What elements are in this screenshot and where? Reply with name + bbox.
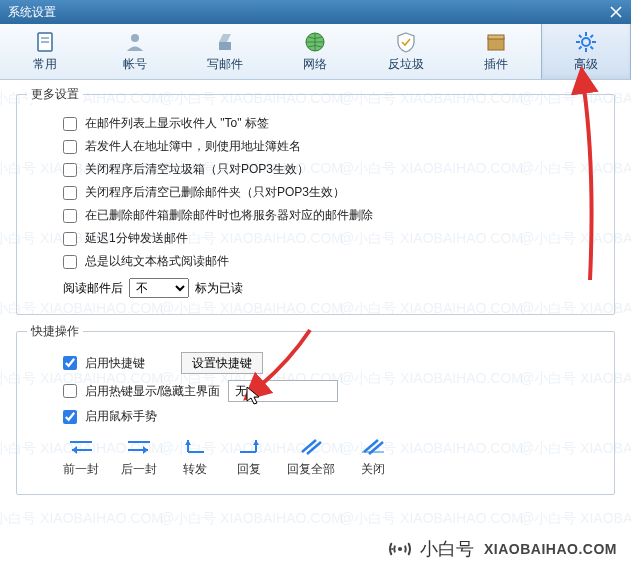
gesture-3: 回复: [233, 435, 265, 478]
badge-text1: 小白号: [420, 537, 474, 561]
tab-compose[interactable]: 写邮件: [180, 24, 270, 79]
wifi-icon: [386, 535, 414, 563]
gesture-0: 前一封: [63, 435, 99, 478]
page-icon: [33, 30, 57, 54]
globe-icon: [303, 30, 327, 54]
gesture-icon-3: [233, 435, 265, 457]
tab-gear[interactable]: 高级: [541, 24, 631, 79]
enable-gesture-label: 启用鼠标手势: [85, 408, 157, 425]
svg-line-14: [590, 47, 593, 50]
svg-rect-7: [488, 35, 504, 39]
showhide-input[interactable]: [228, 380, 338, 402]
gesture-icon-2: [179, 435, 211, 457]
more-label-4: 在已删除邮件箱删除邮件时也将服务器对应的邮件删除: [85, 207, 373, 224]
more-label-5: 延迟1分钟发送邮件: [85, 230, 188, 247]
tab-shield[interactable]: 反垃圾: [361, 24, 451, 79]
enable-gesture-checkbox[interactable]: [63, 410, 77, 424]
enable-showhide-label: 启用热键显示/隐藏主界面: [85, 383, 220, 400]
svg-rect-4: [219, 42, 231, 50]
more-check-1[interactable]: [63, 140, 77, 154]
enable-hotkey-label: 启用快捷键: [85, 355, 145, 372]
compose-icon: [213, 30, 237, 54]
more-settings-group: 更多设置 在邮件列表上显示收件人 "To" 标签若发件人在地址簿中，则使用地址簿…: [16, 94, 615, 315]
svg-rect-6: [488, 38, 504, 50]
box-icon: [484, 30, 508, 54]
svg-line-16: [590, 35, 593, 38]
more-check-4[interactable]: [63, 209, 77, 223]
watermark-badge: 小白号 XIAOBAIHAO.COM: [378, 531, 625, 567]
tab-user[interactable]: 帐号: [90, 24, 180, 79]
window-title: 系统设置: [8, 4, 56, 21]
more-check-6[interactable]: [63, 255, 77, 269]
tab-page[interactable]: 常用: [0, 24, 90, 79]
more-label-3: 关闭程序后清空已删除邮件夹（只对POP3生效）: [85, 184, 345, 201]
read-prefix: 阅读邮件后: [63, 280, 123, 297]
svg-line-15: [579, 47, 582, 50]
more-settings-legend: 更多设置: [27, 86, 83, 103]
shortcut-legend: 快捷操作: [27, 323, 83, 340]
read-suffix: 标为已读: [195, 280, 243, 297]
svg-line-13: [579, 35, 582, 38]
titlebar: 系统设置: [0, 0, 631, 24]
more-label-0: 在邮件列表上显示收件人 "To" 标签: [85, 115, 269, 132]
more-check-5[interactable]: [63, 232, 77, 246]
more-label-1: 若发件人在地址簿中，则使用地址簿姓名: [85, 138, 301, 155]
svg-point-8: [582, 38, 590, 46]
gesture-icon-4: [295, 435, 327, 457]
gesture-icon-0: [65, 435, 97, 457]
gesture-icon-5: [357, 435, 389, 457]
gesture-2: 转发: [179, 435, 211, 478]
more-label-2: 关闭程序后清空垃圾箱（只对POP3生效）: [85, 161, 309, 178]
svg-point-30: [398, 547, 402, 551]
shortcut-group: 快捷操作 启用快捷键 设置快捷键 启用热键显示/隐藏主界面 启用鼠标手势 前一封…: [16, 331, 615, 495]
enable-hotkey-checkbox[interactable]: [63, 356, 77, 370]
more-check-0[interactable]: [63, 117, 77, 131]
svg-line-27: [364, 440, 378, 452]
gesture-1: 后一封: [121, 435, 157, 478]
gesture-4: 回复全部: [287, 435, 335, 478]
svg-line-26: [307, 442, 321, 454]
shield-icon: [394, 30, 418, 54]
set-hotkey-button[interactable]: 设置快捷键: [181, 352, 263, 374]
gear-icon: [574, 30, 598, 54]
svg-point-3: [131, 34, 139, 42]
more-check-2[interactable]: [63, 163, 77, 177]
user-icon: [123, 30, 147, 54]
more-check-3[interactable]: [63, 186, 77, 200]
close-icon[interactable]: [609, 5, 623, 19]
enable-showhide-checkbox[interactable]: [63, 384, 77, 398]
gesture-icon-1: [123, 435, 155, 457]
svg-line-25: [302, 440, 316, 452]
tab-globe[interactable]: 网络: [270, 24, 360, 79]
tab-box[interactable]: 插件: [451, 24, 541, 79]
badge-text2: XIAOBAIHAO.COM: [484, 541, 617, 557]
more-label-6: 总是以纯文本格式阅读邮件: [85, 253, 229, 270]
toolbar: 常用帐号写邮件网络反垃圾插件高级: [0, 24, 631, 80]
read-select[interactable]: 不: [129, 278, 189, 298]
gesture-5: 关闭: [357, 435, 389, 478]
